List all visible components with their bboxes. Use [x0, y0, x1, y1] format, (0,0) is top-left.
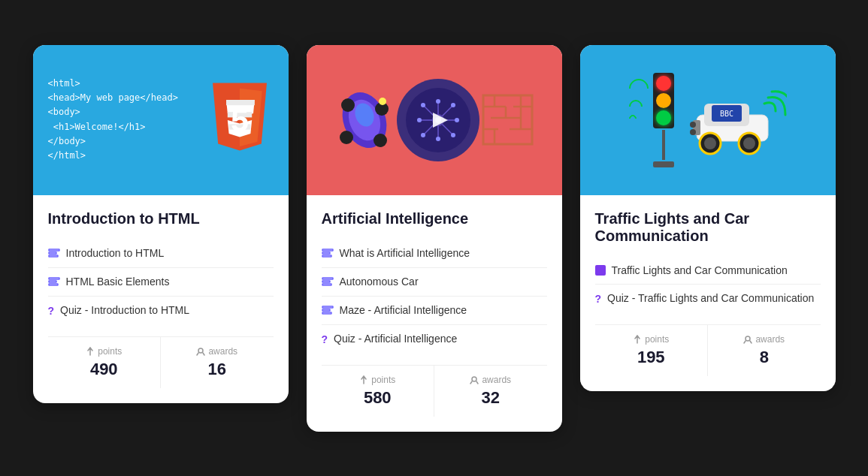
- svg-rect-57: [322, 306, 333, 308]
- card-html-title: Introduction to HTML: [48, 210, 274, 227]
- svg-rect-56: [322, 284, 331, 285]
- svg-rect-10: [49, 255, 58, 257]
- module-icon: [595, 265, 606, 276]
- card-traffic-title: Traffic Lights and Car Communication: [595, 210, 821, 245]
- awards-icon: [196, 347, 205, 356]
- points-icon: [86, 347, 95, 356]
- points-icon: [633, 335, 642, 344]
- svg-rect-8: [49, 249, 59, 251]
- quiz-icon: ?: [322, 333, 328, 345]
- circuit-brain: [404, 86, 472, 154]
- module-icon: [48, 276, 60, 288]
- traffic-light-box: [653, 73, 674, 128]
- svg-rect-53: [322, 255, 331, 257]
- card-traffic-footer: points 195 awards 8: [595, 324, 821, 376]
- cards-container: <html> <head>My web page</head> <body> <…: [9, 21, 860, 456]
- lesson-text: Traffic Lights and Car Communication: [612, 264, 788, 276]
- traffic-pole: [662, 130, 665, 160]
- awards-value: 8: [760, 348, 769, 367]
- svg-point-33: [436, 137, 440, 141]
- list-item[interactable]: ? Quiz - Traffic Lights and Car Communic…: [595, 285, 821, 312]
- points-value: 195: [637, 348, 665, 367]
- yellow-light: [656, 93, 671, 108]
- points-label: points: [359, 375, 395, 385]
- lesson-text: What is Artificial Intelligence: [340, 247, 470, 259]
- awards-icon: [743, 335, 752, 344]
- card-traffic-image: BBC: [580, 45, 836, 195]
- robot-car-group: BBC: [689, 81, 787, 159]
- list-item[interactable]: Maze - Artificial Intelligence: [322, 297, 547, 325]
- traffic-lesson-list: Traffic Lights and Car Communication ? Q…: [595, 257, 821, 312]
- awards-icon: [470, 375, 479, 384]
- svg-text:5: 5: [230, 102, 248, 138]
- module-icon: [322, 248, 334, 260]
- list-item[interactable]: Autonomous Car: [322, 268, 547, 297]
- list-item[interactable]: Introduction to HTML: [48, 240, 274, 268]
- html5-logo: 5: [206, 83, 274, 158]
- car-illustration: [333, 86, 397, 154]
- lesson-text: Quiz - Introduction to HTML: [60, 304, 189, 316]
- svg-rect-55: [322, 281, 330, 282]
- svg-point-17: [341, 98, 355, 112]
- points-value: 490: [90, 360, 118, 379]
- awards-stat: awards 8: [708, 325, 821, 376]
- brain-illustration: [397, 79, 479, 161]
- points-label: points: [633, 334, 669, 345]
- svg-point-60: [472, 377, 476, 381]
- points-stat: points 195: [595, 325, 709, 376]
- ai-lesson-list: What is Artificial Intelligence Autonomo…: [322, 240, 547, 353]
- lesson-text: Maze - Artificial Intelligence: [340, 304, 467, 316]
- html-code-snippet: <html> <head>My web page</head> <body> <…: [48, 77, 178, 163]
- svg-rect-13: [49, 284, 58, 285]
- card-html: <html> <head>My web page</head> <body> <…: [33, 45, 289, 403]
- awards-label: awards: [196, 346, 237, 357]
- traffic-light-pole: [653, 73, 674, 167]
- robot-car-svg: BBC: [689, 81, 787, 156]
- svg-rect-58: [322, 309, 330, 311]
- svg-rect-39: [479, 92, 536, 148]
- svg-point-36: [451, 103, 455, 107]
- svg-point-14: [198, 348, 203, 353]
- quiz-icon: ?: [48, 305, 55, 317]
- module-icon: [322, 276, 334, 288]
- lesson-text: Quiz - Traffic Lights and Car Communicat…: [607, 292, 814, 304]
- card-html-image: <html> <head>My web page</head> <body> <…: [33, 45, 289, 195]
- lesson-text: Autonomous Car: [340, 276, 419, 288]
- card-ai-title: Artificial Intelligence: [322, 210, 547, 227]
- card-ai-image: [307, 45, 562, 195]
- points-icon: [359, 375, 368, 384]
- list-item[interactable]: Traffic Lights and Car Communication: [595, 257, 821, 285]
- module-icon: [322, 305, 334, 317]
- lesson-text: HTML Basic Elements: [66, 276, 170, 288]
- svg-point-69: [743, 137, 755, 149]
- list-item[interactable]: HTML Basic Elements: [48, 268, 274, 297]
- green-light: [656, 110, 671, 125]
- card-html-body: Introduction to HTML Introduction to HTM…: [33, 195, 289, 403]
- svg-text:BBC: BBC: [719, 110, 733, 118]
- svg-point-67: [704, 137, 716, 149]
- list-item[interactable]: ? Quiz - Introduction to HTML: [48, 297, 274, 324]
- html-lesson-list: Introduction to HTML HTML Basic Elements…: [48, 240, 274, 324]
- svg-point-34: [421, 103, 425, 107]
- list-item[interactable]: What is Artificial Intelligence: [322, 240, 547, 268]
- svg-rect-54: [322, 278, 333, 279]
- card-html-footer: points 490 awards 16: [48, 336, 274, 388]
- svg-point-20: [374, 134, 387, 147]
- svg-point-22: [379, 98, 386, 105]
- points-value: 580: [364, 388, 392, 408]
- list-item[interactable]: ? Quiz - Artificial Intelligence: [322, 325, 547, 353]
- svg-point-32: [436, 99, 440, 104]
- card-traffic: BBC Traffic Lights and Car Communication…: [580, 45, 836, 391]
- points-stat: points 580: [322, 366, 435, 417]
- lesson-text: Quiz - Artificial Intelligence: [334, 333, 457, 345]
- awards-label: awards: [743, 334, 785, 345]
- module-icon: [48, 248, 60, 260]
- awards-stat: awards 16: [161, 337, 274, 388]
- wifi-arcs: [629, 79, 649, 122]
- points-label: points: [86, 346, 122, 357]
- svg-rect-59: [322, 312, 331, 314]
- card-ai: Artificial Intelligence What is Artifici…: [307, 45, 562, 432]
- maze-illustration: [479, 92, 536, 148]
- svg-point-35: [451, 133, 455, 137]
- svg-rect-40: [483, 95, 532, 144]
